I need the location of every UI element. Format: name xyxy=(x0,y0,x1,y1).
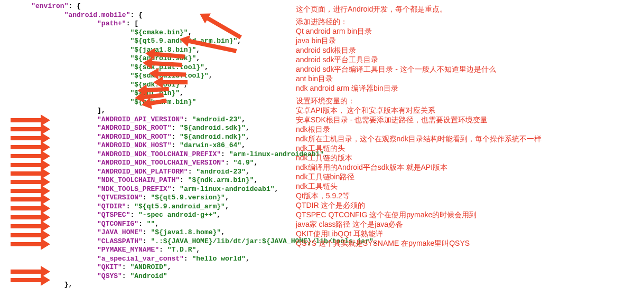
code-line: "${sdk.build.tool}", xyxy=(15,72,321,81)
annotation-path-item: android sdk平台编译工具目录 - 这个一般人不知道里边是什么 xyxy=(296,64,639,74)
code-line: "NDK_TOOLCHAIN_PATH": "${ndk.arm.bin}", xyxy=(15,176,321,185)
code-line: "ANDROID_SDK_ROOT": "${android.sdk}", xyxy=(15,124,321,133)
annotation-env-item: ndk工具链的版本 xyxy=(296,153,639,162)
code-line: "PYMAKE_MYNAME": "T.D.R", xyxy=(15,246,321,255)
code-line: "android.mobile": { xyxy=(15,11,321,20)
code-line: "ANDROID_NDK_PLATFORM": "android-23", xyxy=(15,168,321,177)
code-line: "${ant.bin}", xyxy=(15,89,321,98)
code-line: "${qt5.9.android_arm.bin}", xyxy=(15,37,321,46)
annotation-env-title: 设置环境变量的： xyxy=(296,96,639,105)
code-line: "${ndk.arm.bin}" xyxy=(15,98,321,107)
code-line: "environ": { xyxy=(15,2,321,11)
code-line: }, xyxy=(15,281,321,290)
annotation-path-item: Qt android arm bin目录 xyxy=(296,26,639,36)
code-line: "a_special_var_const": "hello world", xyxy=(15,255,321,264)
annotation-intro: 这个页面，进行Android开发，每个都是重点。 xyxy=(296,4,639,14)
code-line: "NDK_TOOLS_PREFIX": "arm-linux-androidea… xyxy=(15,185,321,194)
code-line: "ANDROID_NDK_HOST": "darwin-x86_64", xyxy=(15,141,321,150)
code-line: "${sdk.plat.tool}", xyxy=(15,63,321,72)
code-line: "JAVA_HOME": "${java1.8.home}", xyxy=(15,228,321,237)
annotation-env-item: Qt版本，5.9.2等 xyxy=(296,191,639,200)
code-line: "${android.sdk}", xyxy=(15,54,321,63)
annotation-env-item: 安卓SDK根目录 - 也需要添加进路径，也需要设置环境变量 xyxy=(296,115,639,124)
annotation-path-item: ant bin目录 xyxy=(296,74,639,83)
code-line: ], xyxy=(15,107,321,116)
annotation-env-item: ndk编译用的Android平台sdk版本 就是API版本 xyxy=(296,162,639,172)
annotation-pane: 这个页面，进行Android开发，每个都是重点。 添加进路径的： Qt andr… xyxy=(296,0,643,251)
annotation-env-item: ndk工具链头 xyxy=(296,181,639,191)
code-block: "environ": { "android.mobile": { "path+"… xyxy=(0,0,321,290)
annotation-env-item: QTSPEC QTCONFIG 这个在使用pymake的时候会用到 xyxy=(296,210,639,219)
annotation-env-item: java家 class路径 这个是java必备 xyxy=(296,219,639,229)
code-line: "ANDROID_API_VERSION": "android-23", xyxy=(15,116,321,124)
code-line: "ANDROID_NDK_TOOLCHAIN_PREFIX": "arm-lin… xyxy=(15,150,321,159)
code-line: "CLASSPATH": ".:${JAVA_HOME}/lib/dt/jar:… xyxy=(15,237,321,246)
annotation-path-title: 添加进路径的： xyxy=(296,17,639,26)
annotation-path-item: java bin目录 xyxy=(296,36,639,45)
code-line: "ANDROID_NDK_TOOLCHAIN_VERSION": "4.9", xyxy=(15,159,321,168)
code-line: "QTCONFIG": "", xyxy=(15,220,321,229)
code-line: "${java1.8.bin}", xyxy=(15,46,321,55)
code-line: "path+": [ xyxy=(15,20,321,28)
code-line: "${cmake.bin}", xyxy=(15,28,321,37)
annotation-env-item: QKIT使用LibQQt 耳熟能详 xyxy=(296,229,639,238)
code-line: "QKIT": "ANDROID", xyxy=(15,263,321,272)
annotation-env-item: ndk所在主机目录，这个在观察ndk目录结构时能看到，每个操作系统不一样 xyxy=(296,134,639,143)
code-line: "QSYS": "Android" xyxy=(15,272,321,281)
annotation-env-item: ndk工具链的头 xyxy=(296,143,639,153)
code-line: "QTDIR": "${qt5.9.android_arm}", xyxy=(15,203,321,212)
annotation-env-item: ndk工具链bin路径 xyxy=(296,172,639,181)
annotation-env-item: QTDIR 这个是必须的 xyxy=(296,200,639,210)
annotation-env-item: ndk根目录 xyxy=(296,124,639,134)
code-line: "QTSPEC": "-spec android-g++", xyxy=(15,211,321,220)
annotation-path-item: ndk android arm 编译器bin目录 xyxy=(296,83,639,93)
annotation-path-item: android sdk根目录 xyxy=(296,45,639,55)
code-line: "${sdk.tool}", xyxy=(15,81,321,90)
code-line: "QTVERSION": "${qt5.9.version}", xyxy=(15,194,321,203)
code-line: "ANDROID_NDK_ROOT": "${android.ndk}", xyxy=(15,133,321,142)
annotation-env-item: 安卓API版本， 这个和安卓版本有对应关系 xyxy=(296,105,639,115)
annotation-env-item: QSYS 这个其实就是SYSNAME 在pymake里叫QSYS xyxy=(296,238,639,248)
annotation-path-item: android sdk平台工具目录 xyxy=(296,55,639,64)
